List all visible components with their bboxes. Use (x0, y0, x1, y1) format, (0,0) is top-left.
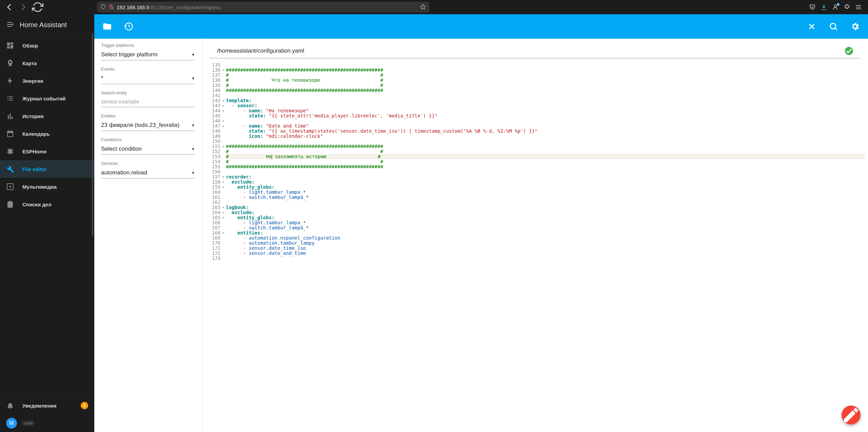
search-entity-label: Search entity (101, 90, 195, 95)
services-label: Services (101, 161, 195, 166)
left-panel: Trigger platforms Select trigger platfor… (94, 39, 202, 432)
chip-icon (6, 147, 14, 155)
events-label: Events (101, 67, 195, 72)
calendar-icon (6, 130, 14, 138)
search-button[interactable] (829, 22, 838, 31)
sidebar-user[interactable]: M user (0, 414, 94, 432)
sidebar-header: Home Assistant (0, 14, 94, 36)
bookmark-star-icon[interactable] (420, 4, 426, 11)
sidebar-item-label: Карта (22, 60, 37, 66)
url-text: 192.168.165.5:8123/core_configurator/ing… (117, 4, 221, 10)
chart-icon (6, 112, 14, 120)
app-title: Home Assistant (20, 21, 67, 29)
sidebar-item-map[interactable]: Карта (0, 54, 94, 72)
sidebar-item-label: Списки дел (22, 202, 52, 207)
notifications-badge: 1 (81, 402, 88, 409)
settings-button[interactable] (850, 22, 860, 31)
svg-rect-11 (8, 149, 12, 153)
extensions-icon[interactable] (844, 4, 850, 11)
shield-icon (100, 4, 106, 11)
editor-toolbar (94, 14, 868, 39)
sidebar-item-clipboard[interactable]: Списки дел (0, 195, 94, 213)
sidebar-item-label: ESPHome (22, 149, 47, 154)
wrench-icon (6, 165, 14, 173)
svg-rect-10 (7, 65, 13, 66)
sidebar-item-bolt[interactable]: Энергия (0, 72, 94, 90)
sidebar-item-dashboard[interactable]: Обзор (0, 37, 94, 54)
sidebar-item-label: Энергия (22, 78, 43, 84)
entities-label: Entities (101, 113, 195, 118)
browser-toolbar: 192.168.165.5:8123/core_configurator/ing… (0, 0, 868, 14)
sidebar-notifications[interactable]: Уведомления 1 (0, 397, 94, 414)
services-select[interactable]: automation.reload▼ (101, 167, 195, 179)
sidebar-item-calendar[interactable]: Календарь (0, 125, 94, 143)
valid-check-icon (845, 47, 853, 55)
forward-button[interactable] (18, 1, 29, 13)
search-entity-input[interactable] (101, 97, 195, 107)
notifications-label: Уведомления (22, 403, 56, 409)
user-name: user (23, 420, 34, 426)
conditions-label: Conditions (101, 137, 195, 142)
svg-line-17 (835, 28, 837, 30)
clipboard-icon (6, 200, 14, 208)
play-icon (6, 183, 14, 191)
svg-point-3 (834, 5, 837, 7)
events-select[interactable]: *▼ (101, 73, 195, 84)
insecure-lock-icon (109, 4, 114, 11)
sidebar-item-label: Обзор (22, 43, 38, 49)
svg-point-16 (830, 23, 836, 29)
back-button[interactable] (3, 1, 15, 13)
pocket-icon[interactable] (809, 4, 816, 11)
trigger-label: Trigger platforms (101, 43, 195, 48)
list-icon (6, 94, 14, 102)
trigger-select[interactable]: Select trigger platform▼ (101, 49, 195, 60)
svg-rect-13 (9, 201, 12, 202)
edit-fab[interactable] (842, 406, 861, 425)
sidebar-item-wrench[interactable]: File editor (0, 160, 94, 178)
reload-button[interactable] (32, 1, 43, 13)
bell-icon (6, 401, 14, 410)
sidebar: Home Assistant ОбзорКартаЭнергияЖурнал с… (0, 14, 94, 432)
code-editor[interactable]: 135136▾137138139140141142▾143▾144▾145146… (202, 61, 868, 432)
sidebar-item-label: Мультимедиа (22, 184, 57, 190)
user-avatar: M (6, 418, 17, 429)
file-path-bar: /homeassistant/configuration.yaml (210, 43, 861, 58)
sidebar-item-label: История (22, 113, 44, 119)
sidebar-item-chart[interactable]: История (0, 107, 94, 125)
file-path: /homeassistant/configuration.yaml (217, 48, 304, 54)
sidebar-item-chip[interactable]: ESPHome (0, 143, 94, 160)
folder-button[interactable] (102, 22, 112, 31)
history-button[interactable] (124, 22, 134, 31)
sidebar-item-play[interactable]: Мультимедиа (0, 178, 94, 195)
sidebar-toggle-icon[interactable] (6, 20, 14, 30)
dashboard-icon (6, 41, 14, 50)
conditions-select[interactable]: Select condition▼ (101, 144, 195, 155)
sidebar-item-label: Журнал событий (22, 96, 65, 101)
map-icon (6, 59, 14, 67)
sidebar-item-list[interactable]: Журнал событий (0, 90, 94, 107)
close-button[interactable] (807, 22, 816, 31)
address-bar[interactable]: 192.168.165.5:8123/core_configurator/ing… (97, 2, 429, 13)
entities-select[interactable]: 23 февраля (todo.23_fevralia)▼ (101, 120, 195, 131)
bolt-icon (6, 77, 14, 85)
svg-marker-2 (421, 4, 426, 9)
menu-icon[interactable] (855, 4, 862, 11)
sidebar-item-label: Календарь (22, 131, 50, 137)
downloads-icon[interactable] (821, 4, 827, 11)
sidebar-item-label: File editor (22, 166, 47, 172)
account-icon[interactable] (832, 4, 839, 11)
